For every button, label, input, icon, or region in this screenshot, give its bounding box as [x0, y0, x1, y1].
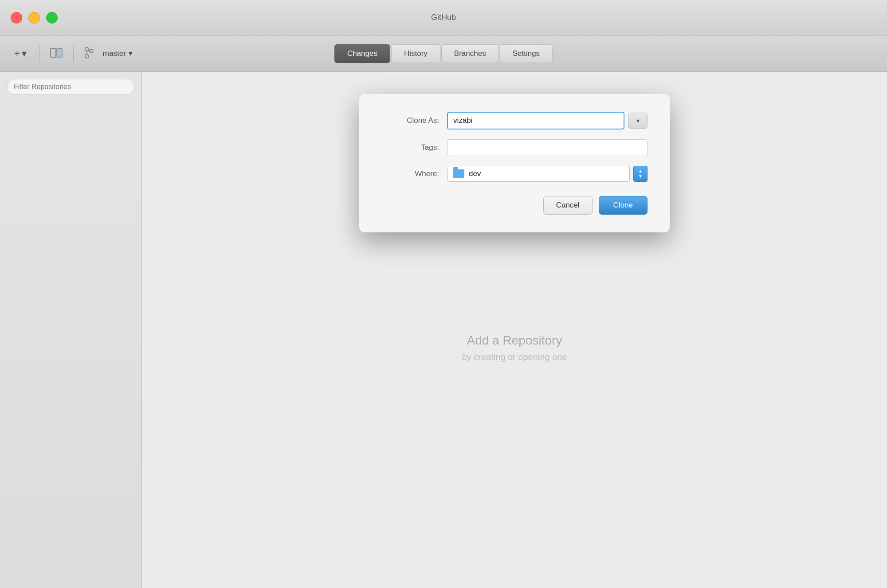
maximize-button[interactable] [46, 12, 58, 24]
dialog-overlay: Clone As: ▾ Tags: Where: [142, 72, 887, 588]
svg-rect-0 [51, 48, 56, 57]
where-label: Where: [381, 169, 439, 178]
tab-branches[interactable]: Branches [441, 44, 499, 63]
branch-chevron-icon: ▾ [129, 49, 133, 58]
clone-as-dropdown-button[interactable]: ▾ [628, 113, 648, 129]
where-stepper-button[interactable]: ▲ ▼ [633, 166, 648, 182]
clone-as-input[interactable] [447, 112, 624, 129]
where-row: Where: dev ▲ ▼ [381, 166, 648, 182]
layout-toggle-button[interactable] [48, 46, 64, 61]
clone-as-label: Clone As: [381, 116, 439, 125]
svg-rect-1 [57, 48, 62, 57]
close-button[interactable] [11, 12, 22, 24]
where-select-display: dev [447, 166, 630, 182]
main-layout: Add a Repository by creating or opening … [0, 72, 887, 588]
stepper-down-icon: ▼ [638, 174, 643, 179]
tags-input[interactable] [447, 139, 648, 156]
tab-changes[interactable]: Changes [334, 44, 390, 63]
svg-point-2 [85, 47, 89, 51]
layout-icon [50, 48, 63, 58]
branch-icon-button[interactable] [82, 45, 96, 62]
empty-state-subtitle: by creating or opening one [462, 352, 567, 362]
tab-history[interactable]: History [391, 44, 440, 63]
tab-history-label: History [404, 49, 428, 58]
branch-name-label: master [103, 49, 126, 58]
tab-changes-label: Changes [347, 49, 377, 58]
empty-state-title: Add a Repository [462, 333, 567, 348]
clone-dialog: Clone As: ▾ Tags: Where: [359, 94, 670, 232]
branch-selector-button[interactable]: master ▾ [99, 47, 136, 60]
tab-branches-label: Branches [454, 49, 486, 58]
branch-icon [84, 47, 94, 59]
folder-icon [453, 169, 464, 178]
traffic-lights [11, 12, 58, 24]
filter-repositories-input[interactable] [7, 79, 134, 95]
content-area: Add a Repository by creating or opening … [142, 72, 887, 588]
tags-label: Tags: [381, 143, 439, 152]
dropdown-chevron-icon: ▾ [636, 117, 640, 124]
titlebar: GitHub [0, 0, 887, 35]
plus-icon: + [14, 48, 20, 59]
svg-point-4 [85, 55, 89, 58]
add-repository-button[interactable]: + ▾ [11, 46, 30, 61]
clone-as-row: Clone As: ▾ [381, 112, 648, 129]
tab-bar: Changes History Branches Settings [334, 44, 553, 63]
empty-state: Add a Repository by creating or opening … [462, 333, 567, 362]
sidebar [0, 72, 142, 588]
minimize-button[interactable] [28, 12, 40, 24]
toolbar-divider-2 [73, 45, 74, 63]
where-value-label: dev [469, 169, 481, 178]
tab-settings[interactable]: Settings [500, 44, 553, 63]
toolbar: + ▾ master [0, 35, 887, 72]
tab-settings-label: Settings [513, 49, 540, 58]
app-window: GitHub + ▾ [0, 0, 887, 588]
toolbar-divider [39, 45, 39, 63]
stepper-up-icon: ▲ [638, 169, 643, 173]
dialog-buttons: Cancel Clone [381, 196, 648, 215]
clone-button[interactable]: Clone [599, 196, 648, 215]
add-chevron-icon: ▾ [22, 48, 27, 59]
cancel-button[interactable]: Cancel [543, 196, 593, 215]
window-title: GitHub [431, 13, 456, 22]
toolbar-left-group: + ▾ master [11, 45, 136, 63]
tags-row: Tags: [381, 139, 648, 156]
